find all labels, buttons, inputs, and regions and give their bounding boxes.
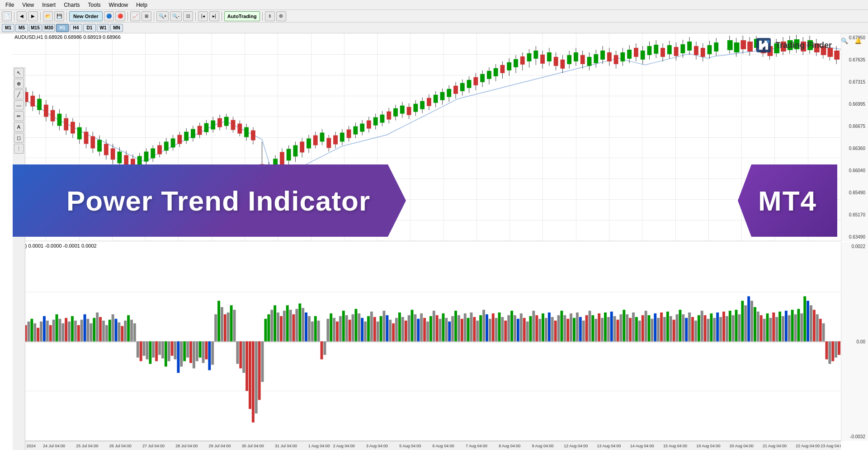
separator xyxy=(154,12,154,21)
search-icon[interactable]: 🔍 xyxy=(839,35,850,46)
alert-icon[interactable]: 🔔 xyxy=(853,35,863,46)
tf-mn[interactable]: MN xyxy=(110,24,123,32)
period-sep1-button[interactable]: |◂ xyxy=(198,11,208,21)
svg-rect-17 xyxy=(71,122,75,134)
sell-button[interactable]: 🔴 xyxy=(115,11,125,21)
svg-rect-97 xyxy=(340,133,344,142)
buy-button[interactable]: 🔵 xyxy=(104,11,114,21)
svg-rect-121 xyxy=(420,101,425,109)
chart-container[interactable]: AUDUSD,H1 0.68926 0.68986 0.68919 0.6896… xyxy=(13,33,868,450)
menu-help[interactable]: Help xyxy=(132,1,151,9)
svg-rect-308 xyxy=(214,314,217,342)
open-button[interactable]: 📂 xyxy=(43,11,53,21)
price-0.67315: 0.67315 xyxy=(842,80,867,84)
tf-w1[interactable]: W1 xyxy=(97,24,109,32)
chart-type-button[interactable]: 🕯 xyxy=(265,11,275,21)
svg-rect-357 xyxy=(367,316,370,342)
tf-h4[interactable]: H4 xyxy=(70,24,82,32)
svg-rect-159 xyxy=(547,52,552,61)
tf-m30[interactable]: M30 xyxy=(42,24,55,32)
drawing-toolbar: ↖ ⊕ ╱ — ✏ A ◻ ⋮ xyxy=(13,67,25,450)
time-label-1: 24 Jul 04:00 xyxy=(43,444,65,448)
more-tools[interactable]: ⋮ xyxy=(14,144,24,154)
svg-rect-387 xyxy=(461,319,463,342)
svg-rect-81 xyxy=(287,149,291,160)
menu-file[interactable]: File xyxy=(2,1,18,9)
banner-title: Power Trend Indicator xyxy=(48,185,370,217)
svg-rect-304 xyxy=(202,342,205,363)
trading-finder-logo: Trading Finder xyxy=(755,37,832,53)
templates-button[interactable]: ⊞ xyxy=(142,11,151,21)
svg-rect-47 xyxy=(164,141,169,150)
svg-rect-402 xyxy=(507,315,510,342)
indicator-svg xyxy=(13,242,841,441)
price-0.66040: 0.66040 xyxy=(842,168,867,173)
menu-charts[interactable]: Charts xyxy=(60,1,83,9)
svg-rect-309 xyxy=(217,301,220,342)
shapes-tool[interactable]: ◻ xyxy=(14,133,24,143)
svg-rect-155 xyxy=(533,51,538,59)
svg-rect-500 xyxy=(813,310,816,342)
hline-tool[interactable]: — xyxy=(14,100,24,110)
menu-window[interactable]: Window xyxy=(105,1,132,9)
tf-m5[interactable]: M5 xyxy=(15,24,28,32)
svg-rect-396 xyxy=(489,319,491,342)
svg-rect-320 xyxy=(252,342,255,423)
svg-rect-416 xyxy=(551,317,554,342)
new-chart-button[interactable]: 📄 xyxy=(2,11,12,21)
svg-rect-327 xyxy=(274,305,276,342)
zoom-in-button[interactable]: 🔍+ xyxy=(156,11,169,21)
text-tool[interactable]: A xyxy=(14,122,24,132)
svg-rect-265 xyxy=(80,320,83,342)
new-order-button[interactable]: New Order xyxy=(69,11,103,21)
svg-rect-199 xyxy=(680,44,685,53)
svg-rect-390 xyxy=(470,313,473,342)
time-label-12: 5 Aug 04:00 xyxy=(399,444,421,448)
tf-h1[interactable]: H1 xyxy=(56,24,69,32)
zoom-out-button[interactable]: 🔍- xyxy=(170,11,181,21)
forward-button[interactable]: ▶ xyxy=(28,11,38,21)
svg-rect-380 xyxy=(439,319,442,342)
svg-rect-399 xyxy=(498,313,501,342)
menu-insert[interactable]: Insert xyxy=(38,1,59,9)
svg-rect-85 xyxy=(300,141,304,152)
cursor-tool[interactable]: ↖ xyxy=(14,68,24,78)
svg-rect-388 xyxy=(464,314,467,342)
indicator-chart[interactable] xyxy=(13,242,841,441)
svg-rect-269 xyxy=(93,318,95,342)
svg-rect-367 xyxy=(398,313,401,342)
svg-rect-481 xyxy=(754,307,756,342)
back-button[interactable]: ◀ xyxy=(17,11,27,21)
svg-rect-167 xyxy=(574,52,578,61)
svg-rect-21 xyxy=(84,132,89,144)
menu-view[interactable]: View xyxy=(19,1,38,9)
svg-rect-411 xyxy=(535,315,538,342)
right-toolbar-icons: 🔍 🔔 xyxy=(839,35,863,46)
tf-m15[interactable]: M15 xyxy=(29,24,42,32)
svg-rect-287 xyxy=(149,342,151,364)
chart-settings-button[interactable]: ⚙ xyxy=(276,11,286,21)
save-button[interactable]: 💾 xyxy=(54,11,64,21)
menu-tools[interactable]: Tools xyxy=(85,1,104,9)
svg-rect-15 xyxy=(64,118,68,131)
indicators-button[interactable]: 📈 xyxy=(130,11,140,21)
period-sep2-button[interactable]: ▸| xyxy=(209,11,219,21)
pencil-tool[interactable]: ✏ xyxy=(14,111,24,121)
svg-rect-468 xyxy=(713,318,716,342)
svg-rect-498 xyxy=(807,301,809,342)
svg-rect-405 xyxy=(517,319,519,342)
tf-d1[interactable]: D1 xyxy=(83,24,96,32)
svg-rect-425 xyxy=(579,317,582,342)
crosshair-tool[interactable]: ⊕ xyxy=(14,79,24,89)
tf-m1[interactable]: M1 xyxy=(2,24,14,32)
mt4-badge: MT4 xyxy=(738,164,837,237)
time-label-6: 29 Jul 04:00 xyxy=(208,444,231,448)
svg-rect-374 xyxy=(420,314,423,342)
line-tool[interactable]: ╱ xyxy=(14,89,24,99)
time-label-25: 23 Aug 04:00 xyxy=(821,444,841,448)
time-label-5: 28 Jul 04:00 xyxy=(175,444,198,448)
price-0.66675: 0.66675 xyxy=(842,124,867,129)
fit-chart-button[interactable]: ⊡ xyxy=(183,11,193,21)
autotrading-button[interactable]: AutoTrading xyxy=(224,11,260,21)
svg-rect-161 xyxy=(554,57,558,66)
